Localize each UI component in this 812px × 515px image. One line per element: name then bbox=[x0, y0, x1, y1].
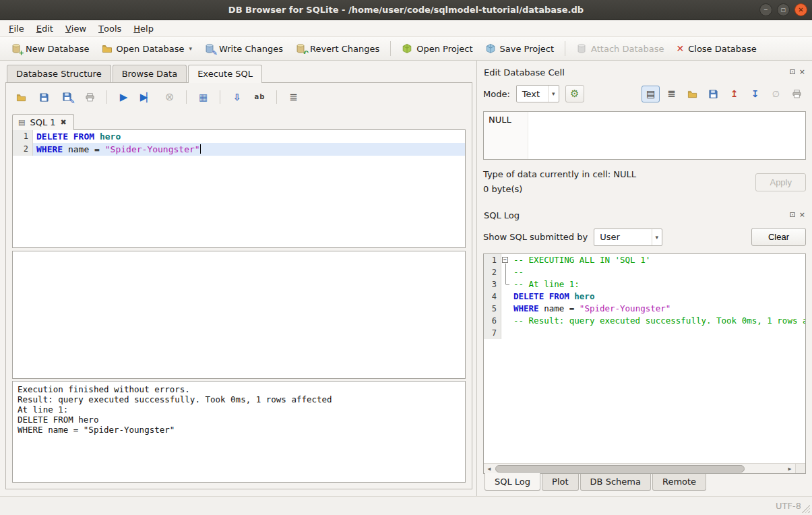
tab-remote[interactable]: Remote bbox=[652, 474, 706, 491]
cell-editor-area[interactable] bbox=[528, 112, 805, 159]
minimize-button[interactable]: ─ bbox=[759, 3, 772, 16]
import-data-icon: ↥ bbox=[730, 89, 739, 98]
tab-plot[interactable]: Plot bbox=[542, 474, 579, 491]
find-replace-icon: ab bbox=[255, 94, 266, 100]
submitted-by-select[interactable]: User ▾ bbox=[594, 229, 662, 246]
submitted-by-value: User bbox=[600, 232, 651, 242]
save-results-button[interactable]: ▦ bbox=[194, 89, 212, 105]
tab-database-structure[interactable]: Database Structure bbox=[7, 65, 111, 82]
line-number: 1 bbox=[484, 254, 501, 266]
close-database-button[interactable]: ✕ Close Database bbox=[670, 40, 761, 57]
save-sql-file-as-button[interactable]: ✎ bbox=[58, 89, 76, 105]
new-database-label: New Database bbox=[26, 44, 90, 54]
revert-changes-button[interactable]: ↶ Revert Changes bbox=[290, 40, 385, 57]
encoding-indicator[interactable]: UTF-8 bbox=[776, 501, 801, 511]
mode-label: Mode: bbox=[483, 89, 510, 99]
open-cell-file-button[interactable] bbox=[683, 86, 701, 102]
close-panel-icon[interactable]: × bbox=[799, 68, 805, 76]
clear-log-button[interactable]: Clear bbox=[751, 228, 806, 246]
open-project-button[interactable]: Open Project bbox=[396, 40, 478, 57]
code-text: -- At line 1: bbox=[510, 278, 805, 291]
float-panel-icon[interactable]: ⊡ bbox=[790, 211, 796, 219]
cell-type-info: Type of data currently in cell: NULL bbox=[483, 167, 636, 182]
code-text: -- Result: query executed successfully. … bbox=[510, 315, 805, 327]
fold-marker-icon[interactable]: − bbox=[501, 254, 510, 266]
save-cell-file-button[interactable] bbox=[704, 86, 722, 102]
close-panel-icon[interactable]: × bbox=[799, 211, 805, 219]
open-sql-file-button[interactable] bbox=[12, 89, 30, 105]
text-cursor bbox=[200, 144, 201, 154]
save-project-button[interactable]: Save Project bbox=[480, 40, 560, 57]
export-cell-data-button[interactable]: ↧ bbox=[746, 86, 764, 102]
word-wrap-icon: ≣ bbox=[289, 92, 298, 102]
resize-grip[interactable] bbox=[802, 505, 810, 513]
export-csv-button[interactable]: ⇩ bbox=[228, 89, 246, 105]
open-database-button[interactable]: Open Database ▾ bbox=[96, 40, 197, 57]
word-wrap-cell-button[interactable]: ≣ bbox=[662, 86, 681, 102]
auto-format-button[interactable]: ⚙ bbox=[565, 85, 584, 102]
tab-browse-data[interactable]: Browse Data bbox=[113, 65, 187, 82]
execute-current-line-button[interactable]: ▶▏ bbox=[137, 89, 156, 105]
cell-size-info: 0 byte(s) bbox=[483, 182, 636, 197]
tab-sql-log[interactable]: SQL Log bbox=[485, 473, 540, 491]
cell-mode-row: Mode: Text ▾ ⚙ ▤ ≣ ↥ ↧ ∅ bbox=[483, 85, 806, 102]
import-cell-data-button[interactable]: ↥ bbox=[725, 86, 743, 102]
save-sql-file-button[interactable] bbox=[35, 89, 53, 105]
save-project-label: Save Project bbox=[500, 44, 555, 54]
mode-select[interactable]: Text ▾ bbox=[516, 85, 559, 102]
menu-file[interactable]: File bbox=[3, 20, 30, 36]
scroll-right-icon[interactable]: ▶ bbox=[784, 466, 795, 472]
scroll-left-icon[interactable]: ◀ bbox=[484, 466, 495, 472]
print-cell-button[interactable] bbox=[788, 86, 806, 102]
results-grid[interactable] bbox=[12, 251, 466, 379]
float-panel-icon[interactable]: ⊡ bbox=[790, 68, 796, 76]
scrollbar-track[interactable] bbox=[495, 464, 784, 473]
code-line-6: 6-- Result: query executed successfully.… bbox=[484, 315, 805, 327]
menu-tools[interactable]: Tools bbox=[92, 20, 127, 36]
code-line-4: 4DELETE FROM hero bbox=[484, 291, 805, 303]
find-replace-button[interactable]: ab bbox=[251, 89, 269, 105]
toolbar-separator bbox=[220, 90, 220, 104]
code-line-1: 1−-- EXECUTING ALL IN 'SQL 1' bbox=[484, 254, 805, 266]
print-button[interactable] bbox=[81, 89, 99, 105]
attach-database-label: Attach Database bbox=[591, 44, 664, 54]
sql-editor[interactable]: 1DELETE FROM hero2WHERE name = "Spider-Y… bbox=[12, 129, 466, 248]
new-database-button[interactable]: + New Database bbox=[5, 40, 95, 57]
save-sql-file-as-icon: ✎ bbox=[62, 92, 73, 102]
menubar: FileEditViewToolsHelp bbox=[0, 20, 812, 37]
line-number: 6 bbox=[484, 315, 501, 327]
write-changes-button[interactable]: ✎ Write Changes bbox=[199, 40, 288, 57]
message-line: DELETE FROM hero bbox=[18, 415, 460, 425]
code-line-2: 2WHERE name = "Spider-Youngster" bbox=[13, 143, 465, 156]
tab-db-schema[interactable]: DB Schema bbox=[580, 474, 651, 491]
open-file-icon bbox=[687, 89, 697, 99]
pencil-badge-icon: ✎ bbox=[212, 50, 218, 57]
main-content: Database Structure Browse Data Execute S… bbox=[0, 61, 812, 496]
tab-execute-sql[interactable]: Execute SQL bbox=[188, 65, 262, 83]
new-database-icon: + bbox=[11, 43, 22, 54]
sql-tab-close-icon[interactable]: ✖ bbox=[61, 118, 67, 127]
window-controls: ─ ▢ ✕ bbox=[759, 3, 807, 16]
cell-editor[interactable]: NULL bbox=[483, 111, 806, 160]
open-database-dropdown-icon[interactable]: ▾ bbox=[189, 45, 192, 52]
execute-all-button[interactable]: ▶ bbox=[115, 89, 133, 105]
horizontal-scrollbar[interactable]: ◀ ▶ bbox=[484, 463, 805, 473]
code-text: WHERE name = "Spider-Youngster" bbox=[510, 303, 805, 315]
word-wrap-button[interactable]: ≣ bbox=[284, 89, 303, 105]
scrollbar-thumb[interactable] bbox=[495, 465, 745, 473]
toolbar-separator bbox=[276, 90, 277, 104]
open-sql-file-icon bbox=[16, 92, 26, 102]
sql-log-view[interactable]: 1−-- EXECUTING ALL IN 'SQL 1'2--3-- At l… bbox=[483, 253, 806, 474]
menu-edit[interactable]: Edit bbox=[30, 20, 59, 36]
toolbar-separator bbox=[186, 90, 187, 104]
close-button[interactable]: ✕ bbox=[794, 3, 807, 16]
menu-view[interactable]: View bbox=[59, 20, 92, 36]
fold-gutter bbox=[501, 291, 510, 303]
close-database-label: Close Database bbox=[688, 44, 757, 54]
maximize-button[interactable]: ▢ bbox=[777, 3, 790, 16]
fold-gutter bbox=[501, 278, 510, 291]
code-line-7: 7 bbox=[484, 327, 805, 339]
text-view-button[interactable]: ▤ bbox=[642, 86, 660, 102]
menu-help[interactable]: Help bbox=[127, 20, 160, 36]
sql-tab[interactable]: ▤ SQL 1 ✖ bbox=[12, 114, 74, 130]
